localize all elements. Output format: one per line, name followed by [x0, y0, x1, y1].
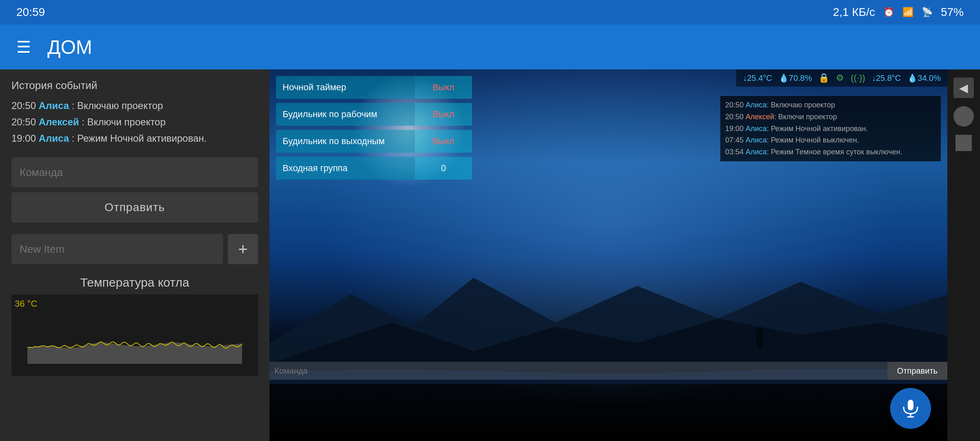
- history-time-2: 20:50: [11, 116, 39, 127]
- arrow-left-button[interactable]: ◀: [953, 78, 974, 98]
- history-item: 20:50 Алексей : Включи проектор: [11, 115, 258, 129]
- chart-section: Температура котла 36 °C: [0, 269, 270, 441]
- mic-button[interactable]: [890, 388, 931, 429]
- alarm-icon: ⏰: [883, 7, 894, 18]
- wifi-status-icon: 📡: [922, 7, 933, 18]
- command-input[interactable]: [11, 157, 258, 187]
- right-sidebar: ◀: [947, 69, 980, 441]
- history-text-3: : Режим Ночной активирован.: [72, 133, 207, 144]
- lock-icon: 🔒: [818, 73, 829, 83]
- control-value-4[interactable]: 0: [415, 157, 472, 180]
- temp-down-1: ↓25.4°C: [743, 74, 772, 83]
- control-value-3[interactable]: Выкл: [415, 130, 472, 153]
- history-section: История событий 20:50 Алиса : Включаю пр…: [0, 69, 270, 154]
- display-status: ↓25.4°C 💧70.8% 🔒 ⚙ ((·)) ↓25.8°C 💧34.0%: [736, 69, 947, 87]
- mini-log-item-4: 07:45 Алиса: Режим Ночной выключен.: [725, 134, 936, 146]
- mini-log-item-1: 20:50 Алиса: Включаю проектор: [725, 99, 936, 111]
- history-author-1: Алиса: [39, 100, 69, 111]
- control-label-4: Входная группа: [276, 157, 415, 180]
- add-item-button[interactable]: +: [228, 234, 258, 264]
- status-time: 20:59: [16, 6, 45, 19]
- temperature-chart: [16, 298, 254, 372]
- left-panel: История событий 20:50 Алиса : Включаю пр…: [0, 69, 270, 441]
- settings-icon: ⚙: [836, 73, 844, 83]
- control-value-2[interactable]: Выкл: [415, 103, 472, 126]
- history-text-1: : Включаю проектор: [72, 100, 163, 111]
- history-author-2: Алексей: [39, 116, 79, 127]
- history-item: 20:50 Алиса : Включаю проектор: [11, 98, 258, 113]
- network-speed: 2,1 КБ/с: [833, 6, 875, 19]
- mini-log: 20:50 Алиса: Включаю проектор 20:50 Алек…: [720, 96, 941, 161]
- app-bar: ☰ ДОМ: [0, 24, 980, 69]
- history-title: История событий: [11, 79, 258, 92]
- control-label-2: Будильник по рабочим: [276, 103, 415, 126]
- mic-icon: [900, 398, 921, 419]
- chart-container: 36 °C: [11, 294, 258, 376]
- new-item-section: +: [0, 229, 270, 269]
- history-author-3: Алиса: [39, 133, 69, 144]
- control-label-3: Будильник по выходным: [276, 130, 415, 153]
- chart-title: Температура котла: [11, 276, 258, 290]
- app-title: ДОМ: [47, 36, 92, 58]
- mini-log-item-3: 19:00 Алиса: Режим Ночной активирован.: [725, 123, 936, 135]
- history-text-2: : Включи проектор: [82, 116, 165, 127]
- svg-rect-24: [908, 400, 913, 410]
- battery-level: 57%: [941, 6, 964, 19]
- mini-command-bar: Отправить: [270, 362, 947, 380]
- history-time-1: 20:50: [11, 100, 39, 111]
- main-layout: История событий 20:50 Алиса : Включаю пр…: [0, 69, 980, 441]
- smart-display: Ночной таймер Выкл Будильник по рабочим …: [270, 69, 947, 441]
- humidity-1: 💧70.8%: [779, 73, 812, 83]
- mini-send-button[interactable]: Отправить: [887, 362, 947, 380]
- status-bar-right: 2,1 КБ/с ⏰ 📶 📡 57%: [833, 6, 964, 19]
- status-bar: 20:59 2,1 КБ/с ⏰ 📶 📡 57%: [0, 0, 980, 24]
- chart-y-label: 36 °C: [15, 298, 37, 309]
- control-value-1[interactable]: Выкл: [415, 76, 472, 99]
- control-label-1: Ночной таймер: [276, 76, 415, 99]
- new-item-input[interactable]: [11, 234, 223, 264]
- mini-log-item-5: 03:54 Алиса: Режим Темное время суток вы…: [725, 146, 936, 158]
- right-panel: Ночной таймер Выкл Будильник по рабочим …: [270, 69, 947, 441]
- humidity-2: 💧34.0%: [907, 73, 941, 83]
- wifi-icon: ((·)): [851, 73, 865, 83]
- command-section: Отправить: [0, 154, 270, 229]
- temp-down-2: ↓25.8°C: [872, 74, 901, 83]
- circle-nav-button[interactable]: [953, 106, 974, 127]
- square-nav-button[interactable]: [956, 135, 972, 151]
- mini-command-input[interactable]: [270, 362, 887, 380]
- signal-icon: 📶: [902, 7, 913, 18]
- hamburger-menu[interactable]: ☰: [16, 39, 31, 55]
- mini-log-item-2: 20:50 Алексей: Включи проектор: [725, 111, 936, 123]
- controls-overlay: Ночной таймер Выкл Будильник по рабочим …: [270, 69, 947, 441]
- send-button[interactable]: Отправить: [11, 192, 258, 223]
- history-time-3: 19:00: [11, 133, 39, 144]
- history-item: 19:00 Алиса : Режим Ночной активирован.: [11, 131, 258, 146]
